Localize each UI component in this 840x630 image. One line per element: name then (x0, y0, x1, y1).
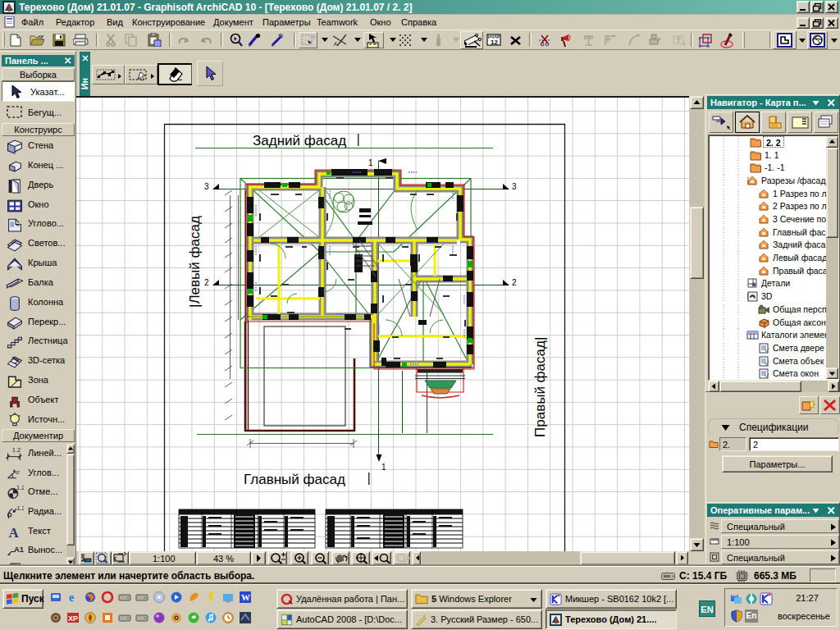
svg-text:12: 12 (491, 39, 498, 46)
svg-text:Главный фасад: Главный фасад (244, 472, 345, 487)
svg-text:1.2: 1.2 (16, 485, 24, 491)
svg-text:|Левый фасад: |Левый фасад (187, 216, 203, 308)
svg-text:e: e (69, 591, 74, 604)
svg-text:1: 1 (368, 158, 373, 167)
svg-text:-1.2: -1.2 (15, 504, 24, 512)
svg-text:XP: XP (68, 614, 78, 623)
svg-text:Задний фасад: Задний фасад (253, 133, 346, 148)
svg-text:W: W (241, 592, 250, 602)
svg-text:A: A (9, 525, 20, 540)
svg-text:2: 2 (512, 278, 517, 287)
svg-text:α: α (16, 468, 20, 476)
svg-text:3: 3 (204, 182, 209, 191)
svg-text:1: 1 (381, 463, 386, 472)
svg-text:1.2: 1.2 (12, 446, 21, 454)
svg-text:3: 3 (512, 182, 517, 191)
svg-text:Правый фасад|: Правый фасад| (532, 337, 548, 437)
svg-text:A1: A1 (14, 545, 24, 554)
svg-text:2: 2 (204, 278, 209, 287)
